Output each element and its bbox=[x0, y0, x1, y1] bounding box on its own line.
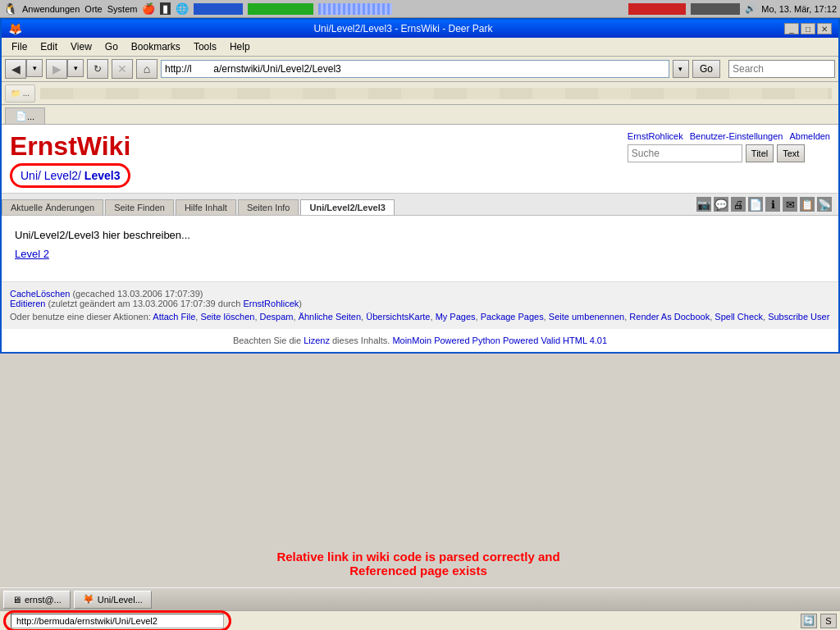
wiki-tab-current[interactable]: Uni/Level2/Level3 bbox=[300, 199, 394, 215]
search-area: Titel Text bbox=[628, 144, 830, 162]
os-app-icon: 🍎 bbox=[142, 2, 155, 15]
action-subscribe[interactable]: Subscribe User bbox=[768, 312, 829, 322]
icon-raw[interactable]: 📄 bbox=[748, 197, 763, 212]
annotation-line1: Relative link in wiki code is parsed cor… bbox=[238, 550, 599, 564]
wiki-tab-finden[interactable]: Seite Finden bbox=[105, 199, 174, 215]
icon-info[interactable]: ℹ bbox=[765, 197, 780, 212]
action-despam[interactable]: Despam bbox=[260, 312, 294, 322]
action-overview[interactable]: ÜbersichtsKarte bbox=[366, 312, 430, 322]
action-similar[interactable]: Ähnliche Seiten bbox=[299, 312, 361, 322]
address-dropdown[interactable]: ▾ bbox=[673, 60, 689, 78]
forward-dropdown[interactable]: ▾ bbox=[67, 59, 84, 77]
search-text-button[interactable]: Text bbox=[777, 144, 805, 162]
icon-mail[interactable]: ✉ bbox=[783, 197, 797, 212]
os-clock: Mo, 13. Mär, 17:12 bbox=[761, 4, 837, 14]
action-spellcheck[interactable]: Spell Check bbox=[714, 312, 763, 322]
menu-go[interactable]: Go bbox=[98, 39, 125, 54]
wiki-user-links: ErnstRohlicek Benutzer-Einstellungen Abm… bbox=[628, 131, 830, 141]
taskbar-indicator-blue bbox=[194, 3, 243, 15]
bookmarks-bar: 📁 ... bbox=[2, 82, 838, 105]
action-docbook[interactable]: Render As Docbook bbox=[629, 312, 710, 322]
os-speaker-icon: 🔊 bbox=[745, 3, 756, 14]
bottom-text2: dieses Inhalts. bbox=[332, 336, 390, 345]
breadcrumb-level2[interactable]: Level2/ bbox=[44, 169, 81, 182]
menu-view[interactable]: View bbox=[64, 39, 98, 54]
menu-tools[interactable]: Tools bbox=[187, 39, 223, 54]
icon-xml[interactable]: 📋 bbox=[800, 197, 815, 212]
browser-minimize-button[interactable]: _ bbox=[784, 23, 799, 34]
taskbar-indicator-dark bbox=[691, 3, 740, 15]
browser-maximize-button[interactable]: □ bbox=[801, 23, 815, 34]
browser-icon: 🦊 bbox=[83, 594, 94, 605]
search-input[interactable] bbox=[728, 60, 835, 78]
icon-subscribe[interactable]: 📷 bbox=[696, 197, 711, 212]
status-icon-2[interactable]: S bbox=[820, 614, 837, 628]
user-link-name[interactable]: ErnstRohlicek bbox=[628, 131, 683, 141]
cache-link[interactable]: CacheLöschen bbox=[10, 289, 70, 299]
user-link-settings[interactable]: Benutzer-Einstellungen bbox=[690, 131, 783, 141]
browser-content: ErnstWiki Uni/ Level2/ Level3 ErnstRohli… bbox=[2, 125, 838, 352]
wiki-search-input[interactable] bbox=[628, 144, 742, 162]
status-url: http://bermuda/ernstwiki/Uni/Level2 bbox=[11, 614, 224, 628]
edit-link[interactable]: Editieren bbox=[10, 299, 45, 308]
browser-window: 🦊 Uni/Level2/Level3 - ErnsWiki - Deer Pa… bbox=[0, 18, 840, 354]
os-menu-orte[interactable]: Orte bbox=[84, 4, 102, 14]
icon-discuss[interactable]: 💬 bbox=[714, 197, 728, 212]
html-link[interactable]: Valid HTML 4.01 bbox=[541, 336, 607, 345]
wiki-tab-info[interactable]: Seiten Info bbox=[238, 199, 299, 215]
stop-button[interactable]: ✕ bbox=[112, 59, 133, 79]
icon-rss[interactable]: 📡 bbox=[817, 197, 832, 212]
level2-link[interactable]: Level 2 bbox=[15, 248, 49, 260]
bookmarks-placeholder bbox=[40, 88, 832, 99]
browser-title-text: Uni/Level2/Level3 - ErnsWiki - Deer Park bbox=[22, 23, 784, 34]
os-menu-anwendungen[interactable]: Anwendungen bbox=[22, 4, 80, 14]
action-rename[interactable]: Seite umbenennen bbox=[549, 312, 624, 322]
address-bar: ▾ Go bbox=[161, 60, 835, 78]
taskbar-item-terminal[interactable]: 🖥 ernst@... bbox=[3, 591, 71, 609]
menu-file[interactable]: File bbox=[5, 39, 34, 54]
status-url-annotated: http://bermuda/ernstwiki/Uni/Level2 bbox=[3, 610, 231, 631]
go-button[interactable]: Go bbox=[692, 60, 720, 78]
moinmoin-link[interactable]: MoinMoin Powered bbox=[392, 336, 469, 345]
browser-app-icon: 🦊 bbox=[8, 22, 22, 35]
footer-edit-line: Editieren (zuletzt geändert am 13.03.200… bbox=[10, 299, 830, 308]
status-icon-1[interactable]: 🔄 bbox=[801, 614, 817, 628]
tab-bar: 📄 ... bbox=[2, 105, 838, 125]
os-menu-area: 🐧 Anwendungen Orte System 🍎 ▮ 🌐 bbox=[3, 2, 392, 16]
menu-edit[interactable]: Edit bbox=[34, 39, 64, 54]
edit-author-link[interactable]: ErnstRohlicek bbox=[243, 299, 299, 308]
user-link-logout[interactable]: Abmelden bbox=[789, 131, 830, 141]
terminal-icon: 🖥 bbox=[12, 595, 21, 605]
browser-close-button[interactable]: ✕ bbox=[817, 23, 832, 34]
breadcrumb-level3[interactable]: Level3 bbox=[84, 169, 121, 182]
bookmark-item-1[interactable]: 📁 ... bbox=[5, 84, 35, 103]
reload-button[interactable]: ↻ bbox=[87, 59, 108, 79]
browser-controls: _ □ ✕ bbox=[784, 23, 832, 34]
menu-bookmarks[interactable]: Bookmarks bbox=[125, 39, 187, 54]
taskbar-item-browser[interactable]: 🦊 Uni/Level... bbox=[74, 591, 152, 609]
back-button[interactable]: ◀ bbox=[5, 59, 26, 79]
menu-help[interactable]: Help bbox=[223, 39, 257, 54]
action-package[interactable]: Package Pages bbox=[481, 312, 544, 322]
home-button[interactable]: ⌂ bbox=[136, 59, 158, 79]
breadcrumb-uni[interactable]: Uni/ bbox=[21, 169, 41, 182]
action-delete[interactable]: Seite löschen bbox=[200, 312, 254, 322]
taskbar-label-browser: Uni/Level... bbox=[98, 595, 143, 605]
wiki-tab-hilfe[interactable]: Hilfe Inhalt bbox=[176, 199, 236, 215]
action-mypages[interactable]: My Pages bbox=[436, 312, 476, 322]
wiki-logo: ErnstWiki bbox=[10, 131, 130, 162]
back-dropdown[interactable]: ▾ bbox=[26, 59, 43, 77]
action-attach[interactable]: Attach File bbox=[153, 312, 195, 322]
icon-print[interactable]: 🖨 bbox=[731, 197, 746, 212]
tab-1[interactable]: 📄 ... bbox=[5, 107, 45, 124]
browser-status-bar: http://bermuda/ernstwiki/Uni/Level2 🔄 S bbox=[0, 610, 840, 630]
lizenz-link[interactable]: Lizenz bbox=[304, 336, 330, 345]
os-menu-system[interactable]: System bbox=[107, 4, 138, 14]
search-title-button[interactable]: Titel bbox=[746, 144, 774, 162]
wiki-tab-aktuelle[interactable]: Aktuelle Änderungen bbox=[2, 199, 103, 215]
address-input[interactable] bbox=[161, 60, 669, 78]
python-link[interactable]: Python Powered bbox=[472, 336, 539, 345]
bottom-text: Beachten Sie die bbox=[233, 336, 301, 345]
forward-button[interactable]: ▶ bbox=[46, 59, 67, 79]
os-right-area: 🔊 Mo, 13. Mär, 17:12 bbox=[628, 3, 837, 15]
